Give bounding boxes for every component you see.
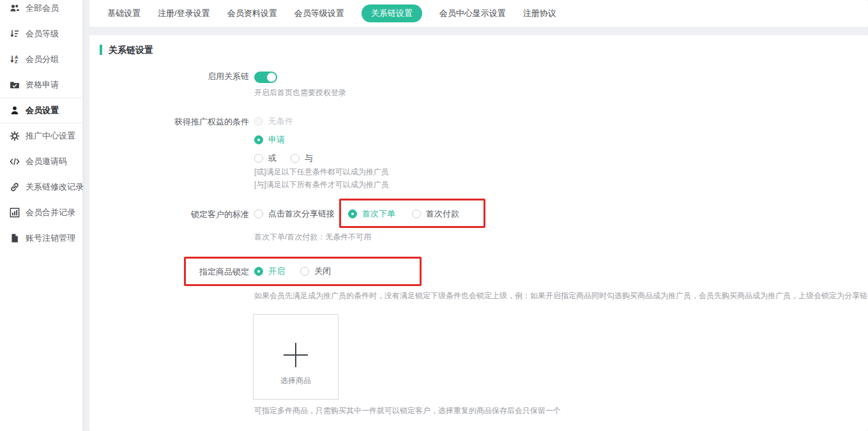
- radio-dot: [300, 267, 309, 276]
- sidebar-item-promotion-center-settings[interactable]: 推广中心设置: [0, 123, 82, 149]
- lock-standard-help: 首次下单/首次付款：无条件不可用: [254, 232, 371, 242]
- sidebar-item-account-cancel-manage[interactable]: 账号注销管理: [0, 225, 82, 251]
- radio-apply[interactable]: 申请: [254, 135, 285, 145]
- radio-product-lock-off[interactable]: 关闭: [300, 266, 331, 276]
- radio-label: 点击首次分享链接: [268, 209, 335, 219]
- sidebar-item-label: 账号注销管理: [26, 232, 75, 244]
- radio-dot: [254, 209, 263, 218]
- radio-dot: [254, 267, 263, 276]
- sidebar-item-member-group[interactable]: AZ 会员分组: [0, 47, 82, 72]
- radio-dot: [254, 117, 263, 126]
- radio-and[interactable]: 与: [291, 153, 313, 163]
- radio-first-payment[interactable]: 首次付款: [412, 209, 459, 219]
- radio-label: 开启: [268, 266, 285, 276]
- sidebar-item-qualification-apply[interactable]: 资格申请: [0, 72, 82, 98]
- tab-member-profile-settings[interactable]: 会员资料设置: [227, 4, 277, 22]
- file-icon: [10, 233, 20, 243]
- sidebar-item-all-members[interactable]: 全部会员: [0, 0, 82, 21]
- tab-basic-settings[interactable]: 基础设置: [107, 4, 141, 22]
- sidebar-item-member-settings[interactable]: 会员设置: [0, 98, 82, 123]
- lock-standard-label: 锁定客户的标准: [89, 209, 249, 220]
- bar-chart-icon: [10, 208, 20, 218]
- sidebar-item-label: 资格申请: [26, 79, 59, 91]
- sidebar-menu: 全部会员 会员等级 AZ 会员分组 资格申请 会员设置: [0, 0, 82, 251]
- radio-no-condition[interactable]: 无条件: [254, 116, 293, 126]
- folder-check-icon: [10, 80, 20, 90]
- user-icon: [10, 105, 20, 116]
- radio-label: 无条件: [268, 116, 293, 126]
- radio-dot: [291, 154, 300, 163]
- relation-chain-settings-panel: 关系链设置 启用关系链 开启后首页也需要授权登录 获得推广权益的条件 无条件 申…: [89, 35, 868, 431]
- svg-text:Z: Z: [15, 59, 18, 64]
- radio-product-lock-on[interactable]: 开启: [254, 266, 285, 276]
- select-product-button[interactable]: 选择商品: [253, 314, 339, 400]
- tab-member-level-settings[interactable]: 会员等级设置: [294, 4, 344, 22]
- product-lock-label: 指定商品锁定: [89, 266, 249, 278]
- select-product-label: 选择商品: [254, 375, 338, 386]
- radio-dot: [254, 135, 263, 144]
- radio-label: 申请: [268, 135, 285, 145]
- radio-label: 首次付款: [426, 209, 459, 219]
- enable-relation-chain-toggle[interactable]: [254, 72, 277, 83]
- radio-label: 首次下单: [362, 209, 395, 219]
- enable-relation-chain-label: 启用关系链: [89, 71, 249, 82]
- sidebar-item-label: 关系链修改记录: [26, 181, 84, 193]
- radio-dot: [348, 209, 357, 218]
- tab-relation-chain-settings[interactable]: 关系链设置: [362, 4, 422, 22]
- sidebar: 全部会员 会员等级 AZ 会员分组 资格申请 会员设置: [0, 0, 83, 431]
- product-lock-help: 如果会员先满足成为推广员的条件时，没有满足锁定下级条件也会锁定上级，例：如果开启…: [254, 291, 868, 301]
- benefit-condition-label: 获得推广权益的条件: [89, 116, 249, 128]
- radio-dot: [254, 154, 263, 163]
- code-icon: [10, 156, 20, 167]
- sidebar-item-label: 会员合并记录: [26, 207, 75, 218]
- plus-icon: [284, 343, 308, 367]
- sort-level-icon: [10, 29, 20, 39]
- users-icon: [10, 3, 20, 13]
- radio-label: 或: [268, 153, 277, 163]
- sidebar-item-label: 全部会员: [26, 3, 59, 14]
- radio-dot: [412, 209, 421, 218]
- page-title: 关系链设置: [100, 45, 153, 55]
- enable-help-text: 开启后首页也需要授权登录: [254, 88, 346, 98]
- sidebar-item-label: 会员等级: [26, 28, 59, 40]
- sidebar-item-label: 会员邀请码: [26, 156, 67, 167]
- radio-first-share-click[interactable]: 点击首次分享链接: [254, 209, 335, 219]
- picker-help: 可指定多件商品，只需购买其中一件就可以锁定客户，选择重复的商品保存后会只保留一个: [254, 406, 561, 416]
- sidebar-item-label: 会员分组: [26, 54, 59, 65]
- tab-member-center-display-settings[interactable]: 会员中心显示设置: [439, 4, 506, 22]
- radio-or[interactable]: 或: [254, 153, 277, 163]
- sidebar-item-member-merge-log[interactable]: 会员合并记录: [0, 200, 82, 225]
- tab-register-login-settings[interactable]: 注册/登录设置: [158, 4, 210, 22]
- sort-alpha-icon: AZ: [10, 54, 20, 64]
- tab-register-agreement[interactable]: 注册协议: [523, 4, 556, 22]
- settings-tabbar: 基础设置 注册/登录设置 会员资料设置 会员等级设置 关系链设置 会员中心显示设…: [89, 0, 868, 27]
- sidebar-item-relation-chain-edit-log[interactable]: 关系链修改记录: [0, 174, 82, 200]
- sidebar-item-label: 会员设置: [26, 105, 59, 116]
- sidebar-item-member-invite-code[interactable]: 会员邀请码: [0, 149, 82, 174]
- radio-first-order[interactable]: 首次下单: [348, 209, 395, 219]
- condition-help-or: [或]满足以下任意条件都可以成为推广员: [254, 167, 389, 177]
- sidebar-item-label: 推广中心设置: [26, 130, 75, 142]
- condition-help-and: [与]满足以下所有条件才可以成为推广员: [254, 180, 389, 190]
- sidebar-item-member-level[interactable]: 会员等级: [0, 21, 82, 47]
- radio-label: 与: [305, 153, 313, 163]
- radio-label: 关闭: [314, 266, 331, 276]
- gear-icon: [10, 131, 20, 141]
- link-icon: [10, 182, 20, 192]
